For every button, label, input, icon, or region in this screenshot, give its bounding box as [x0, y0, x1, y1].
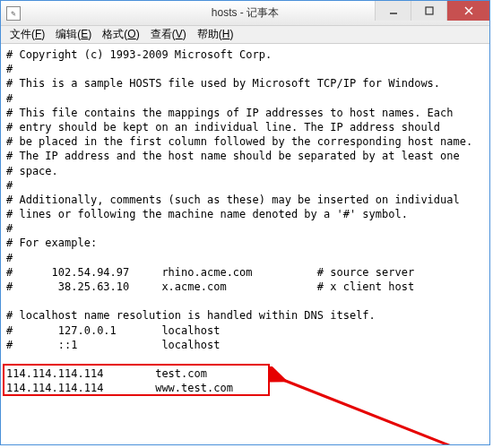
menu-help[interactable]: 帮助(H): [192, 25, 239, 44]
close-icon: [464, 6, 473, 15]
menu-edit[interactable]: 编辑(E): [50, 25, 97, 44]
notepad-icon: ✎: [6, 6, 21, 21]
minimize-icon: [389, 6, 398, 15]
menubar: 文件(F) 编辑(E) 格式(O) 查看(V) 帮助(H): [1, 26, 489, 44]
menu-file[interactable]: 文件(F): [4, 25, 50, 44]
maximize-button[interactable]: [411, 1, 446, 21]
minimize-button[interactable]: [375, 1, 411, 21]
menu-format[interactable]: 格式(O): [97, 25, 144, 44]
window-title: hosts - 记事本: [212, 5, 279, 21]
titlebar[interactable]: ✎ hosts - 记事本: [1, 1, 489, 26]
svg-rect-1: [426, 7, 433, 14]
menu-view[interactable]: 查看(V): [145, 25, 192, 44]
maximize-icon: [425, 6, 434, 15]
window-controls: [375, 1, 489, 25]
file-content: # Copyright (c) 1993-2009 Microsoft Corp…: [6, 48, 472, 394]
notepad-window: ✎ hosts - 记事本 文件(F) 编辑(E) 格式(O) 查看(V) 帮助…: [0, 0, 490, 445]
text-area[interactable]: # Copyright (c) 1993-2009 Microsoft Corp…: [1, 44, 489, 444]
svg-line-5: [283, 380, 458, 444]
annotation-arrow-icon: [270, 366, 467, 444]
close-button[interactable]: [446, 1, 489, 21]
